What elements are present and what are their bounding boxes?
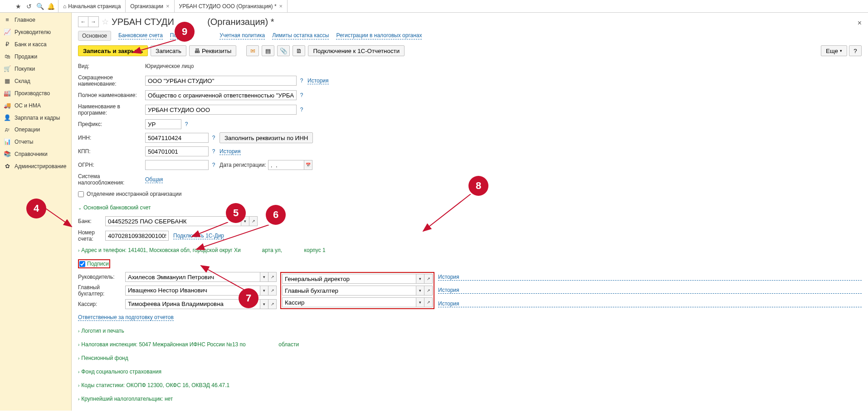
sidebar-item-assets[interactable]: 🚚ОС и НМА (0, 99, 71, 112)
search-icon[interactable]: 🔍 (34, 1, 45, 12)
tab-current[interactable]: УРБАН СТУДИО ООО (Организация) * × (175, 0, 288, 12)
checkbox-foreign[interactable] (78, 191, 84, 197)
link-history[interactable]: История (438, 274, 862, 281)
forward-button[interactable]: → (88, 17, 98, 27)
link-history[interactable]: История (438, 287, 862, 294)
link-responsible[interactable]: Ответственные за подготовку отчетов (78, 314, 174, 321)
input-ogrn[interactable] (145, 160, 209, 170)
doc-button[interactable]: ▤ (262, 45, 274, 56)
open-icon[interactable]: ↗ (424, 286, 433, 296)
help-icon[interactable]: ? (298, 107, 305, 113)
back-button[interactable]: ← (78, 17, 88, 27)
label-full-name: Полное наименование: (78, 92, 145, 98)
section-logo[interactable]: ›Логотип и печать (78, 325, 862, 336)
subtab-accounting-policy[interactable]: Учетная политика (219, 32, 265, 39)
input-accountant-position[interactable] (282, 286, 416, 296)
help-icon[interactable]: ? (210, 135, 217, 141)
input-kpp[interactable] (145, 146, 209, 156)
dropdown-icon[interactable]: ▾ (416, 297, 424, 307)
section-pension[interactable]: ›Пенсионный фонд (78, 353, 862, 364)
dropdown-icon[interactable]: ▾ (260, 286, 268, 296)
help-icon[interactable]: ? (298, 92, 305, 98)
input-regdate[interactable] (268, 160, 304, 170)
tab-home[interactable]: ⌂ Начальная страница (59, 0, 126, 12)
dropdown-icon[interactable]: ▾ (416, 274, 424, 284)
sidebar-item-main[interactable]: ≡Главное (0, 14, 71, 26)
star-icon[interactable]: ★ (13, 1, 24, 12)
sidebar-item-bank[interactable]: ₽Банк и касса (0, 38, 71, 50)
more-button[interactable]: Еще▾ (821, 45, 847, 56)
link-tax-system[interactable]: Общая (145, 176, 163, 183)
close-icon[interactable]: × (279, 3, 283, 10)
calendar-icon[interactable]: 📅 (304, 160, 312, 170)
help-icon[interactable]: ? (210, 148, 217, 155)
attach-button[interactable]: 📎 (277, 45, 290, 56)
bell-icon[interactable]: 🔔 (45, 1, 56, 12)
ruble-icon: ₽ (4, 41, 11, 48)
input-inn[interactable] (145, 133, 209, 143)
link-history[interactable]: История (219, 148, 241, 155)
input-prog-name[interactable] (145, 105, 297, 115)
help-icon[interactable]: ? (298, 78, 305, 84)
open-icon[interactable]: ↗ (268, 299, 277, 309)
input-cashier-position[interactable] (282, 297, 416, 307)
file-button[interactable]: 🗎 (293, 45, 305, 56)
subtab-bank-accounts[interactable]: Банковские счета (118, 32, 163, 39)
link-history[interactable]: История (438, 301, 862, 307)
help-icon[interactable]: ? (210, 162, 217, 168)
input-bank[interactable] (105, 216, 241, 226)
checkbox-signatures[interactable] (79, 261, 85, 267)
section-signatures[interactable]: Подписи (87, 261, 109, 267)
sidebar-item-refs[interactable]: 📚Справочники (0, 148, 71, 160)
favorite-icon[interactable]: ☆ (102, 17, 109, 27)
sidebar-item-salary[interactable]: 👤Зарплата и кадры (0, 112, 71, 124)
section-address[interactable]: ›Адрес и телефон: 141401, Московская обл… (78, 245, 862, 256)
sidebar-item-reports[interactable]: 📊Отчеты (0, 136, 71, 148)
dropdown-icon[interactable]: ▾ (260, 272, 268, 282)
input-full-name[interactable] (145, 90, 297, 100)
input-prefix[interactable] (145, 119, 181, 129)
open-icon[interactable]: ↗ (424, 274, 433, 284)
fill-by-inn-button[interactable]: Заполнить реквизиты по ИНН (219, 132, 313, 143)
sidebar-item-sales[interactable]: 🛍Продажи (0, 50, 71, 63)
section-social[interactable]: ›Фонд социального страхования (78, 366, 862, 377)
close-page-icon[interactable]: × (858, 19, 862, 27)
close-icon[interactable]: × (166, 3, 170, 10)
mail-button[interactable]: ✉ (246, 45, 259, 56)
input-account[interactable] (105, 231, 169, 241)
section-stats[interactable]: ›Коды статистики: ОКОПФ 12300, ОКФС 16, … (78, 380, 862, 391)
section-big-taxpayer[interactable]: ›Крупнейший налогоплательщик: нет (78, 393, 862, 404)
sidebar-item-warehouse[interactable]: ▦Склад (0, 75, 71, 87)
link-connect-direct[interactable]: Подключить 1С-Дир (173, 233, 224, 239)
dropdown-icon[interactable]: ▾ (260, 299, 268, 309)
save-button[interactable]: Записать (151, 45, 186, 56)
tab-organizations[interactable]: Организации × (126, 0, 174, 12)
link-history[interactable]: История (307, 78, 329, 84)
sidebar-item-production[interactable]: 🏭Производство (0, 87, 71, 99)
subtab-cash-limits[interactable]: Лимиты остатка кассы (272, 32, 329, 39)
help-button[interactable]: ? (849, 45, 862, 56)
section-tax-inspection[interactable]: ›Налоговая инспекция: 5047 Межрайонная И… (78, 339, 862, 350)
person-icon: 👤 (4, 114, 11, 121)
open-icon[interactable]: ↗ (268, 272, 277, 282)
input-head[interactable] (125, 272, 260, 282)
subtab-main[interactable]: Основное (78, 31, 111, 41)
section-bank[interactable]: ⌄Основной банковский счет (78, 202, 862, 213)
history-icon[interactable]: ↺ (24, 1, 34, 12)
sidebar-item-admin[interactable]: ✿Администрирование (0, 160, 71, 172)
sidebar-item-operations[interactable]: ДтОперации (0, 124, 71, 136)
input-head-position[interactable] (282, 274, 416, 284)
save-close-button[interactable]: Записать и закрыть (78, 45, 148, 56)
subtab-tax-registrations[interactable]: Регистрации в налоговых органах (336, 32, 422, 39)
sidebar-item-manager[interactable]: 📈Руководителю (0, 26, 71, 38)
open-icon[interactable]: ↗ (424, 297, 433, 307)
input-short-name[interactable] (145, 76, 297, 86)
dropdown-icon[interactable]: ▾ (416, 286, 424, 296)
help-icon[interactable]: ? (183, 121, 190, 127)
connect-reporting-button[interactable]: Подключение к 1С-Отчетности (308, 45, 405, 56)
requisites-button[interactable]: 🖶Реквизиты (189, 45, 236, 56)
sidebar-item-purchases[interactable]: 🛒Покупки (0, 63, 71, 75)
open-icon[interactable]: ↗ (249, 216, 258, 226)
open-icon[interactable]: ↗ (268, 286, 277, 296)
apps-icon[interactable] (2, 1, 13, 12)
